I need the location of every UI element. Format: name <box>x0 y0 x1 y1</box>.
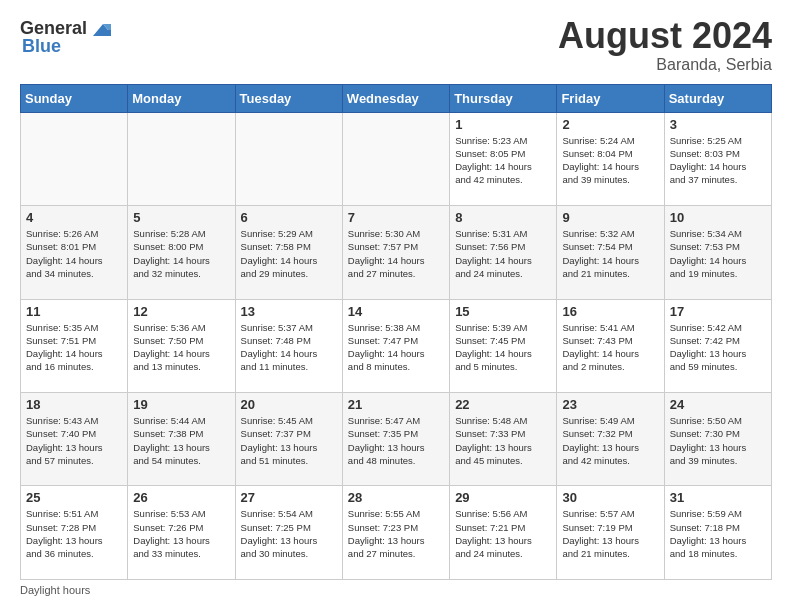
day-info: Sunrise: 5:34 AM Sunset: 7:53 PM Dayligh… <box>670 227 766 280</box>
location: Baranda, Serbia <box>558 56 772 74</box>
table-row: 11Sunrise: 5:35 AM Sunset: 7:51 PM Dayli… <box>21 299 128 392</box>
day-number: 11 <box>26 304 122 319</box>
table-row: 4Sunrise: 5:26 AM Sunset: 8:01 PM Daylig… <box>21 206 128 299</box>
col-thursday: Thursday <box>450 84 557 112</box>
table-row: 3Sunrise: 5:25 AM Sunset: 8:03 PM Daylig… <box>664 112 771 205</box>
day-number: 25 <box>26 490 122 505</box>
day-info: Sunrise: 5:26 AM Sunset: 8:01 PM Dayligh… <box>26 227 122 280</box>
day-info: Sunrise: 5:47 AM Sunset: 7:35 PM Dayligh… <box>348 414 444 467</box>
table-row: 23Sunrise: 5:49 AM Sunset: 7:32 PM Dayli… <box>557 393 664 486</box>
day-info: Sunrise: 5:31 AM Sunset: 7:56 PM Dayligh… <box>455 227 551 280</box>
table-row: 26Sunrise: 5:53 AM Sunset: 7:26 PM Dayli… <box>128 486 235 580</box>
col-monday: Monday <box>128 84 235 112</box>
day-number: 19 <box>133 397 229 412</box>
page: General Blue August 2024 Baranda, Serbia… <box>0 0 792 612</box>
daylight-hours-label: Daylight hours <box>20 584 90 596</box>
day-number: 9 <box>562 210 658 225</box>
col-wednesday: Wednesday <box>342 84 449 112</box>
day-info: Sunrise: 5:29 AM Sunset: 7:58 PM Dayligh… <box>241 227 337 280</box>
day-info: Sunrise: 5:49 AM Sunset: 7:32 PM Dayligh… <box>562 414 658 467</box>
month-year: August 2024 <box>558 16 772 56</box>
table-row: 16Sunrise: 5:41 AM Sunset: 7:43 PM Dayli… <box>557 299 664 392</box>
table-row <box>342 112 449 205</box>
day-number: 27 <box>241 490 337 505</box>
title-section: August 2024 Baranda, Serbia <box>558 16 772 74</box>
day-number: 17 <box>670 304 766 319</box>
day-info: Sunrise: 5:36 AM Sunset: 7:50 PM Dayligh… <box>133 321 229 374</box>
day-number: 3 <box>670 117 766 132</box>
table-row <box>21 112 128 205</box>
day-info: Sunrise: 5:57 AM Sunset: 7:19 PM Dayligh… <box>562 507 658 560</box>
table-row: 13Sunrise: 5:37 AM Sunset: 7:48 PM Dayli… <box>235 299 342 392</box>
day-info: Sunrise: 5:48 AM Sunset: 7:33 PM Dayligh… <box>455 414 551 467</box>
calendar-table: Sunday Monday Tuesday Wednesday Thursday… <box>20 84 772 580</box>
col-saturday: Saturday <box>664 84 771 112</box>
day-number: 18 <box>26 397 122 412</box>
table-row: 9Sunrise: 5:32 AM Sunset: 7:54 PM Daylig… <box>557 206 664 299</box>
table-row: 28Sunrise: 5:55 AM Sunset: 7:23 PM Dayli… <box>342 486 449 580</box>
table-row: 21Sunrise: 5:47 AM Sunset: 7:35 PM Dayli… <box>342 393 449 486</box>
table-row: 27Sunrise: 5:54 AM Sunset: 7:25 PM Dayli… <box>235 486 342 580</box>
day-info: Sunrise: 5:50 AM Sunset: 7:30 PM Dayligh… <box>670 414 766 467</box>
calendar-week-row: 25Sunrise: 5:51 AM Sunset: 7:28 PM Dayli… <box>21 486 772 580</box>
day-number: 13 <box>241 304 337 319</box>
table-row: 29Sunrise: 5:56 AM Sunset: 7:21 PM Dayli… <box>450 486 557 580</box>
table-row: 1Sunrise: 5:23 AM Sunset: 8:05 PM Daylig… <box>450 112 557 205</box>
day-info: Sunrise: 5:24 AM Sunset: 8:04 PM Dayligh… <box>562 134 658 187</box>
day-number: 31 <box>670 490 766 505</box>
footer-note: Daylight hours <box>20 584 772 596</box>
table-row: 17Sunrise: 5:42 AM Sunset: 7:42 PM Dayli… <box>664 299 771 392</box>
calendar-week-row: 1Sunrise: 5:23 AM Sunset: 8:05 PM Daylig… <box>21 112 772 205</box>
day-number: 22 <box>455 397 551 412</box>
table-row: 18Sunrise: 5:43 AM Sunset: 7:40 PM Dayli… <box>21 393 128 486</box>
day-info: Sunrise: 5:41 AM Sunset: 7:43 PM Dayligh… <box>562 321 658 374</box>
day-number: 16 <box>562 304 658 319</box>
table-row: 31Sunrise: 5:59 AM Sunset: 7:18 PM Dayli… <box>664 486 771 580</box>
table-row: 12Sunrise: 5:36 AM Sunset: 7:50 PM Dayli… <box>128 299 235 392</box>
day-number: 23 <box>562 397 658 412</box>
day-info: Sunrise: 5:28 AM Sunset: 8:00 PM Dayligh… <box>133 227 229 280</box>
day-info: Sunrise: 5:59 AM Sunset: 7:18 PM Dayligh… <box>670 507 766 560</box>
day-info: Sunrise: 5:56 AM Sunset: 7:21 PM Dayligh… <box>455 507 551 560</box>
calendar-week-row: 18Sunrise: 5:43 AM Sunset: 7:40 PM Dayli… <box>21 393 772 486</box>
day-number: 5 <box>133 210 229 225</box>
day-info: Sunrise: 5:37 AM Sunset: 7:48 PM Dayligh… <box>241 321 337 374</box>
day-number: 24 <box>670 397 766 412</box>
day-number: 7 <box>348 210 444 225</box>
table-row: 24Sunrise: 5:50 AM Sunset: 7:30 PM Dayli… <box>664 393 771 486</box>
day-info: Sunrise: 5:55 AM Sunset: 7:23 PM Dayligh… <box>348 507 444 560</box>
table-row: 20Sunrise: 5:45 AM Sunset: 7:37 PM Dayli… <box>235 393 342 486</box>
day-info: Sunrise: 5:30 AM Sunset: 7:57 PM Dayligh… <box>348 227 444 280</box>
day-number: 29 <box>455 490 551 505</box>
col-tuesday: Tuesday <box>235 84 342 112</box>
table-row: 14Sunrise: 5:38 AM Sunset: 7:47 PM Dayli… <box>342 299 449 392</box>
day-info: Sunrise: 5:32 AM Sunset: 7:54 PM Dayligh… <box>562 227 658 280</box>
col-sunday: Sunday <box>21 84 128 112</box>
day-number: 1 <box>455 117 551 132</box>
table-row: 5Sunrise: 5:28 AM Sunset: 8:00 PM Daylig… <box>128 206 235 299</box>
day-info: Sunrise: 5:45 AM Sunset: 7:37 PM Dayligh… <box>241 414 337 467</box>
day-number: 20 <box>241 397 337 412</box>
calendar-header-row: Sunday Monday Tuesday Wednesday Thursday… <box>21 84 772 112</box>
table-row: 15Sunrise: 5:39 AM Sunset: 7:45 PM Dayli… <box>450 299 557 392</box>
day-number: 6 <box>241 210 337 225</box>
day-info: Sunrise: 5:38 AM Sunset: 7:47 PM Dayligh… <box>348 321 444 374</box>
day-info: Sunrise: 5:39 AM Sunset: 7:45 PM Dayligh… <box>455 321 551 374</box>
table-row: 30Sunrise: 5:57 AM Sunset: 7:19 PM Dayli… <box>557 486 664 580</box>
day-info: Sunrise: 5:44 AM Sunset: 7:38 PM Dayligh… <box>133 414 229 467</box>
day-info: Sunrise: 5:43 AM Sunset: 7:40 PM Dayligh… <box>26 414 122 467</box>
day-number: 10 <box>670 210 766 225</box>
day-info: Sunrise: 5:53 AM Sunset: 7:26 PM Dayligh… <box>133 507 229 560</box>
day-info: Sunrise: 5:42 AM Sunset: 7:42 PM Dayligh… <box>670 321 766 374</box>
day-number: 15 <box>455 304 551 319</box>
day-number: 4 <box>26 210 122 225</box>
day-number: 12 <box>133 304 229 319</box>
day-info: Sunrise: 5:51 AM Sunset: 7:28 PM Dayligh… <box>26 507 122 560</box>
logo-icon <box>89 16 113 40</box>
day-number: 14 <box>348 304 444 319</box>
header: General Blue August 2024 Baranda, Serbia <box>20 16 772 74</box>
table-row: 19Sunrise: 5:44 AM Sunset: 7:38 PM Dayli… <box>128 393 235 486</box>
day-info: Sunrise: 5:25 AM Sunset: 8:03 PM Dayligh… <box>670 134 766 187</box>
table-row <box>235 112 342 205</box>
table-row: 6Sunrise: 5:29 AM Sunset: 7:58 PM Daylig… <box>235 206 342 299</box>
